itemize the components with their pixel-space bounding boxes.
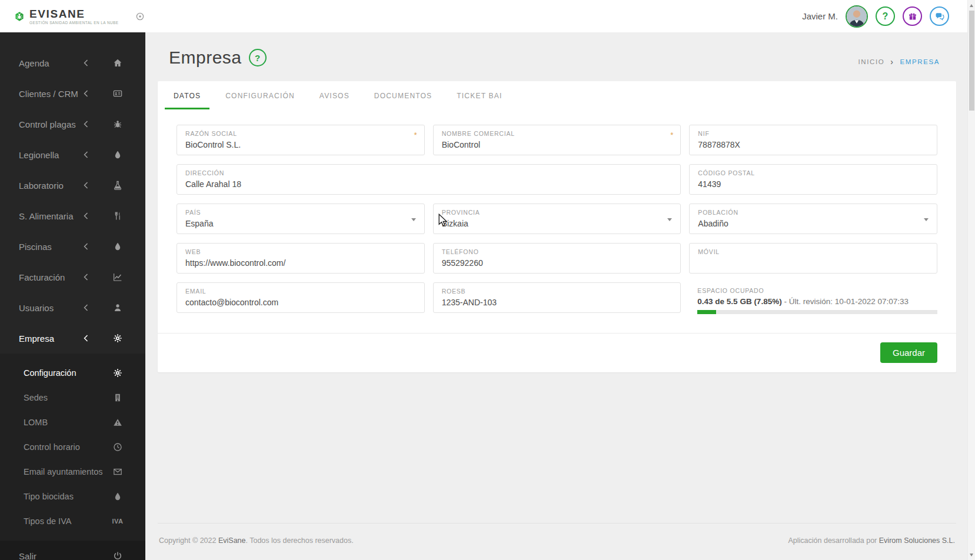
bug-icon	[113, 119, 122, 129]
submenu-item-label: Tipo biocidas	[24, 492, 74, 501]
dropdown-caret-icon[interactable]	[667, 218, 672, 221]
scrollbar-up-arrow-icon[interactable]	[968, 1, 975, 9]
chevron-left-icon	[84, 59, 88, 66]
field-label: POBLACIÓN	[698, 209, 921, 216]
provincia-field[interactable]: PROVINCIABizkaia	[433, 204, 681, 234]
submenu-item-configuracion[interactable]: Configuración	[0, 361, 145, 385]
breadcrumb-home[interactable]: INICIO	[858, 58, 885, 65]
sidebar-item-facturacion[interactable]: Facturación	[0, 262, 145, 292]
field-label: DIRECCIÓN	[185, 169, 665, 176]
logout-label: Salir	[19, 551, 36, 560]
sidebar: AgendaClientes / CRMControl plagasLegion…	[0, 32, 145, 560]
sidebar-item-piscinas[interactable]: Piscinas	[0, 231, 145, 262]
page-help-button[interactable]: ?	[249, 49, 267, 66]
direccion-field[interactable]: DIRECCIÓNCalle Arahal 18	[177, 164, 681, 195]
sidebar-item-label: Empresa	[19, 334, 54, 344]
codigo-postal-field[interactable]: CÓDIGO POSTAL41439	[689, 164, 937, 195]
poblacion-field[interactable]: POBLACIÓNAbadiño	[689, 204, 937, 234]
submenu-item-tipos-de-iva[interactable]: Tipos de IVAIVA	[0, 509, 145, 534]
field-value: 1235-AND-103	[442, 298, 665, 307]
field-label: PROVINCIA	[442, 209, 665, 216]
gift-icon	[908, 12, 917, 21]
sidebar-menu: AgendaClientes / CRMControl plagasLegion…	[0, 32, 145, 354]
submenu-item-label: LOMB	[24, 418, 48, 427]
gift-button[interactable]	[903, 6, 922, 26]
submenu-item-tipo-biocidas[interactable]: Tipo biocidas	[0, 484, 145, 509]
sidebar-item-laboratorio[interactable]: Laboratorio	[0, 170, 145, 201]
chart-line-icon	[113, 272, 122, 282]
sidebar-item-empresa[interactable]: Empresa	[0, 323, 145, 354]
save-button[interactable]: Guardar	[880, 342, 937, 363]
sidebar-item-control-plagas[interactable]: Control plagas	[0, 109, 145, 139]
sidebar-item-salir[interactable]: Salir	[0, 541, 145, 560]
field-label: TELÉFONO	[442, 248, 665, 255]
submenu-item-control-horario[interactable]: Control horario	[0, 435, 145, 459]
field-label: RAZÓN SOCIAL	[185, 130, 409, 137]
help-button[interactable]: ?	[876, 6, 895, 26]
roesb-field[interactable]: ROESB1235-AND-103	[433, 282, 681, 313]
nif-field[interactable]: NIF78878878X	[689, 125, 937, 155]
field-label: PAÍS	[185, 209, 409, 216]
user-name[interactable]: Javier M.	[802, 11, 838, 21]
submenu-item-lomb[interactable]: LOMB	[0, 410, 145, 435]
submenu-item-label: Email ayuntamientos	[24, 467, 103, 476]
pais-field[interactable]: PAÍSEspaña	[177, 204, 425, 234]
scrollbar-down-arrow-icon[interactable]	[968, 551, 975, 559]
storage-revision: - Últ. revisión: 10-01-2022 07:07:33	[784, 297, 909, 306]
brand-name: EVISANE	[29, 8, 119, 19]
footer-developer-link[interactable]: Evirom Soluciones S.L.	[879, 536, 955, 545]
nombre-comercial-field[interactable]: NOMBRE COMERCIALBioControl*	[433, 125, 681, 155]
vertical-scrollbar[interactable]	[967, 0, 975, 560]
tab-datos[interactable]: DATOS	[165, 81, 209, 109]
field-value: Abadiño	[698, 219, 921, 228]
required-asterisk-icon: *	[414, 131, 417, 139]
sidebar-item-label: Legionella	[19, 150, 59, 160]
sidebar-item-usuarios[interactable]: Usuarios	[0, 292, 145, 323]
sidebar-item-label: Agenda	[19, 58, 49, 68]
movil-field[interactable]: MÓVIL	[689, 243, 937, 274]
tab-configuracion[interactable]: CONFIGURACIÓN	[217, 81, 304, 109]
submenu-item-email-ayuntamientos[interactable]: Email ayuntamientos	[0, 459, 145, 484]
form-grid: RAZÓN SOCIALBioControl S.L.*NOMBRE COMER…	[177, 125, 937, 314]
telefono-field[interactable]: TELÉFONO955292260	[433, 243, 681, 274]
sidebar-item-legionella[interactable]: Legionella	[0, 139, 145, 170]
brand-hexagon-bug-icon	[15, 12, 24, 21]
razon-social-field[interactable]: RAZÓN SOCIALBioControl S.L.*	[177, 125, 425, 155]
sidebar-item-label: Facturación	[19, 272, 65, 282]
breadcrumb-current: EMPRESA	[900, 58, 940, 65]
field-label: ESPACIO OCUPADO	[697, 287, 937, 294]
field-value: 41439	[698, 179, 921, 189]
sidebar-item-label: Control plagas	[19, 119, 76, 129]
field-value: Calle Arahal 18	[185, 179, 665, 189]
chat-button[interactable]	[930, 6, 949, 26]
user-icon	[113, 303, 122, 312]
sidebar-item-agenda[interactable]: Agenda	[0, 48, 145, 78]
web-field[interactable]: WEBhttps://www.biocontrol.com/	[177, 243, 425, 274]
footer-brand-link[interactable]: EviSane	[218, 536, 246, 545]
id-card-icon	[113, 89, 122, 98]
droplet-icon	[113, 242, 122, 251]
dropdown-caret-icon[interactable]	[411, 218, 416, 221]
scrollbar-thumb[interactable]	[969, 11, 974, 111]
avatar[interactable]	[846, 5, 868, 28]
field-value: BioControl S.L.	[185, 140, 409, 149]
sidebar-item-s-alimentaria[interactable]: S. Alimentaria	[0, 201, 145, 231]
storage-usage: 0.43 de 5.5 GB (7.85%)	[697, 297, 781, 306]
dropdown-caret-icon[interactable]	[924, 218, 929, 221]
submenu-item-sedes[interactable]: Sedes	[0, 385, 145, 410]
sidebar-item-label: Piscinas	[19, 242, 52, 252]
sidebar-item-clientes-crm[interactable]: Clientes / CRM	[0, 78, 145, 109]
tab-documentos[interactable]: DOCUMENTOS	[365, 81, 441, 109]
page-header-row: Empresa ? INICIO › EMPRESA	[158, 48, 956, 68]
chevron-left-icon	[84, 182, 88, 189]
brand-logo[interactable]: EVISANE GESTIÓN SANIDAD AMBIENTAL EN LA …	[15, 8, 119, 25]
email-field[interactable]: EMAILcontacto@biocontrol.com	[177, 282, 425, 313]
brand-tagline: GESTIÓN SANIDAD AMBIENTAL EN LA NUBE	[29, 21, 119, 25]
tab-ticket-bai[interactable]: TICKET BAI	[448, 81, 511, 109]
target-icon[interactable]	[135, 12, 145, 21]
footer-copyright: Copyright © 2022 EviSane. Todos los dere…	[159, 536, 354, 545]
field-value	[698, 258, 921, 268]
tab-avisos[interactable]: AVISOS	[311, 81, 358, 109]
top-header: EVISANE GESTIÓN SANIDAD AMBIENTAL EN LA …	[0, 0, 975, 32]
storage-progress-bar	[697, 310, 937, 314]
